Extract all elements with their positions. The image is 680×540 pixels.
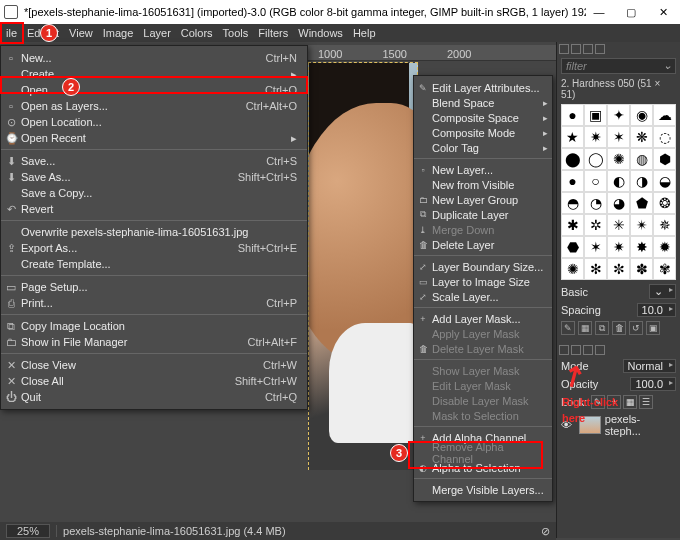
file-open-recent[interactable]: ⌚Open Recent▸: [1, 130, 307, 146]
brush-item[interactable]: ◒: [653, 170, 676, 192]
menu-windows[interactable]: Windows: [298, 27, 343, 39]
ctx-delete-layer[interactable]: 🗑Delete Layer: [414, 237, 552, 252]
menu-tools[interactable]: Tools: [223, 27, 249, 39]
menu-image[interactable]: Image: [103, 27, 134, 39]
ctx-composite-space[interactable]: Composite Space▸: [414, 110, 552, 125]
file-new-[interactable]: ▫New...Ctrl+N: [1, 50, 307, 66]
file-show-in-file-manager[interactable]: 🗀Show in File ManagerCtrl+Alt+F: [1, 334, 307, 350]
brush-item[interactable]: ◑: [630, 170, 653, 192]
right-panel: filter 2. Hardness 050 (51 × 51) ●▣✦◉☁★✷…: [556, 42, 680, 538]
brush-item[interactable]: ✴: [630, 214, 653, 236]
brush-grid[interactable]: ●▣✦◉☁★✷✶❋◌⬤◯✺◍⬢●○◐◑◒◓◔◕⬟❂✱✲✳✴✵⬣✶✷✸✹✺✻✼✽✾: [561, 104, 676, 280]
menu-ed[interactable]: Ed: [27, 27, 40, 39]
brush-item[interactable]: ▣: [584, 104, 607, 126]
brush-item[interactable]: ✦: [607, 104, 630, 126]
ctx-add-layer-mask-[interactable]: +Add Layer Mask...: [414, 311, 552, 326]
brush-item[interactable]: ✼: [607, 258, 630, 280]
file-save-as-[interactable]: ⬇Save As...Shift+Ctrl+S: [1, 169, 307, 185]
file-quit[interactable]: ⏻QuitCtrl+Q: [1, 389, 307, 405]
close-button[interactable]: ✕: [650, 3, 676, 21]
brush-item[interactable]: ★: [561, 126, 584, 148]
file-save-a-copy-[interactable]: Save a Copy...: [1, 185, 307, 201]
minimize-button[interactable]: —: [586, 3, 612, 21]
brush-item[interactable]: ✸: [630, 236, 653, 258]
brush-item[interactable]: ✷: [584, 126, 607, 148]
preset-select[interactable]: Basic: [561, 286, 588, 298]
brush-item[interactable]: ✵: [653, 214, 676, 236]
brush-item[interactable]: ✳: [607, 214, 630, 236]
ctx-new-layer-group[interactable]: 🗀New Layer Group: [414, 192, 552, 207]
brush-item[interactable]: ✽: [630, 258, 653, 280]
ctx-layer-boundary-size-[interactable]: ⤢Layer Boundary Size...: [414, 259, 552, 274]
brush-item[interactable]: ○: [584, 170, 607, 192]
brush-item[interactable]: ✹: [653, 236, 676, 258]
menubar[interactable]: ileEdctViewImageLayerColorsToolsFiltersW…: [0, 24, 680, 42]
ctx-color-tag[interactable]: Color Tag▸: [414, 140, 552, 155]
spacing-value[interactable]: 10.0: [637, 303, 676, 317]
brush-item[interactable]: ✱: [561, 214, 584, 236]
ctx-scale-layer-[interactable]: ⤢Scale Layer...: [414, 289, 552, 304]
brush-item[interactable]: ◐: [607, 170, 630, 192]
brush-item[interactable]: ✻: [584, 258, 607, 280]
ctx-new-layer-[interactable]: ▫New Layer...: [414, 162, 552, 177]
file-copy-image-location[interactable]: ⧉Copy Image Location: [1, 318, 307, 334]
brush-item[interactable]: ✺: [607, 148, 630, 170]
file-open-as-layers-[interactable]: ▫Open as Layers...Ctrl+Alt+O: [1, 98, 307, 114]
file-close-all[interactable]: ✕Close AllShift+Ctrl+W: [1, 373, 307, 389]
brush-filter-input[interactable]: filter: [561, 58, 676, 74]
file-export-as-[interactable]: ⇪Export As...Shift+Ctrl+E: [1, 240, 307, 256]
brush-item[interactable]: ✾: [653, 258, 676, 280]
brush-item[interactable]: ◯: [584, 148, 607, 170]
brush-item[interactable]: ●: [561, 170, 584, 192]
file-overwrite-pexels-stephanie-lima-jpg[interactable]: Overwrite pexels-stephanie-lima-16051631…: [1, 224, 307, 240]
layer-context-menu[interactable]: ✎Edit Layer Attributes...Blend Space▸Com…: [413, 75, 553, 502]
file-menu[interactable]: ▫New...Ctrl+NCreate▸Open...Ctrl+O▫Open a…: [0, 45, 308, 410]
maximize-button[interactable]: ▢: [618, 3, 644, 21]
file-print-[interactable]: ⎙Print...Ctrl+P: [1, 295, 307, 311]
ctx-new-from-visible[interactable]: New from Visible: [414, 177, 552, 192]
brush-item[interactable]: ❋: [630, 126, 653, 148]
ctx-apply-layer-mask: Apply Layer Mask: [414, 326, 552, 341]
ctx-mask-to-selection: Mask to Selection: [414, 408, 552, 423]
ctx-edit-layer-attributes-[interactable]: ✎Edit Layer Attributes...: [414, 80, 552, 95]
file-save-[interactable]: ⬇Save...Ctrl+S: [1, 153, 307, 169]
brush-item[interactable]: ⬤: [561, 148, 584, 170]
brush-item[interactable]: ◕: [607, 192, 630, 214]
zoom-select[interactable]: 25%: [6, 524, 50, 538]
menu-filters[interactable]: Filters: [258, 27, 288, 39]
canvas[interactable]: [308, 62, 418, 470]
brush-item[interactable]: ⬟: [630, 192, 653, 214]
brush-item[interactable]: ●: [561, 104, 584, 126]
file-revert[interactable]: ↶Revert: [1, 201, 307, 217]
menu-view[interactable]: View: [69, 27, 93, 39]
brush-item[interactable]: ✷: [607, 236, 630, 258]
brush-item[interactable]: ❂: [653, 192, 676, 214]
brush-item[interactable]: ✺: [561, 258, 584, 280]
file-open-location-[interactable]: ⊙Open Location...: [1, 114, 307, 130]
brush-item[interactable]: ⬣: [561, 236, 584, 258]
brush-item[interactable]: ✲: [584, 214, 607, 236]
brush-item[interactable]: ◉: [630, 104, 653, 126]
brush-item[interactable]: ◍: [630, 148, 653, 170]
cancel-icon[interactable]: ⊘: [541, 525, 550, 538]
brush-item[interactable]: ⬢: [653, 148, 676, 170]
menu-help[interactable]: Help: [353, 27, 376, 39]
file-create-template-[interactable]: Create Template...: [1, 256, 307, 272]
menu-layer[interactable]: Layer: [143, 27, 171, 39]
panel-tabs[interactable]: [557, 42, 680, 56]
highlight-file-menu: [0, 22, 24, 44]
ctx-merge-visible-layers-[interactable]: Merge Visible Layers...: [414, 482, 552, 497]
ctx-layer-to-image-size[interactable]: ▭Layer to Image Size: [414, 274, 552, 289]
file-page-setup-[interactable]: ▭Page Setup...: [1, 279, 307, 295]
ctx-duplicate-layer[interactable]: ⧉Duplicate Layer: [414, 207, 552, 222]
brush-item[interactable]: ◌: [653, 126, 676, 148]
brush-item[interactable]: ☁: [653, 104, 676, 126]
brush-item[interactable]: ◓: [561, 192, 584, 214]
brush-item[interactable]: ✶: [607, 126, 630, 148]
brush-item[interactable]: ✶: [584, 236, 607, 258]
menu-colors[interactable]: Colors: [181, 27, 213, 39]
ctx-composite-mode[interactable]: Composite Mode▸: [414, 125, 552, 140]
file-close-view[interactable]: ✕Close ViewCtrl+W: [1, 357, 307, 373]
ctx-blend-space[interactable]: Blend Space▸: [414, 95, 552, 110]
brush-item[interactable]: ◔: [584, 192, 607, 214]
